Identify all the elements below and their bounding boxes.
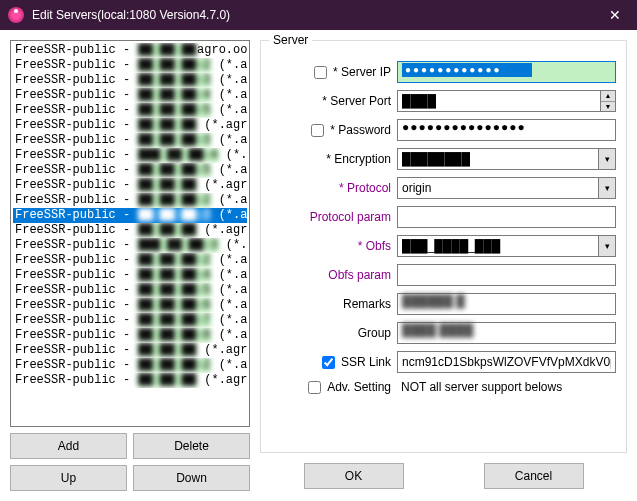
ssr-link-checkbox[interactable]	[322, 356, 335, 369]
ssr-link-label: SSR Link	[341, 355, 391, 369]
list-item[interactable]: FreeSSR-public - ██ ██ ██ (*.agr	[13, 223, 247, 238]
encryption-combo[interactable]: ████████ ▾	[397, 148, 616, 170]
list-item[interactable]: FreeSSR-public - ███ ██ ██-3 (*.ag	[13, 238, 247, 253]
list-item[interactable]: FreeSSR-public - ██ ██ ██-3 (*.ag	[13, 208, 247, 223]
remarks-label: Remarks	[343, 297, 391, 311]
list-item[interactable]: FreeSSR-public - ██ ██ ██ (*.agro	[13, 178, 247, 193]
remarks-input[interactable]: ██████ █	[397, 293, 616, 315]
obfs-label: * Obfs	[358, 239, 391, 253]
password-label: * Password	[330, 123, 391, 137]
chevron-down-icon[interactable]: ▾	[598, 177, 616, 199]
list-item[interactable]: FreeSSR-public - ██ ██ ██-2 (*.ag	[13, 253, 247, 268]
close-button[interactable]: ✕	[592, 0, 637, 30]
list-item[interactable]: FreeSSR-public - ██ ██ ██ (*.agro	[13, 343, 247, 358]
cancel-button[interactable]: Cancel	[484, 463, 584, 489]
up-button[interactable]: Up	[10, 465, 127, 491]
server-listbox[interactable]: FreeSSR-public - ██ ██ ██agro.ooFreeSSR-…	[10, 40, 250, 427]
list-item[interactable]: FreeSSR-public - ██ ██ ██-2 (*.ag	[13, 58, 247, 73]
list-item[interactable]: FreeSSR-public - ██ ██ ██-2 (*.ag	[13, 193, 247, 208]
list-item[interactable]: FreeSSR-public - ██ ██ ██-4 (*.ag	[13, 268, 247, 283]
server-port-spinner[interactable]: ████ ▲▼	[397, 90, 616, 112]
server-groupbox: Server * Server IP ●●●●●●●●●●●● * Server…	[260, 40, 627, 453]
list-item[interactable]: FreeSSR-public - ██ ██ ██-6 (*.ag	[13, 298, 247, 313]
add-button[interactable]: Add	[10, 433, 127, 459]
list-item[interactable]: FreeSSR-public - ██ ██ ██-5 (*.ag	[13, 163, 247, 178]
password-input[interactable]: ●●●●●●●●●●●●●●●	[397, 119, 616, 141]
spinner-up-icon[interactable]: ▲	[601, 91, 615, 102]
list-item[interactable]: FreeSSR-public - ██ ██ ██agro.oo	[13, 43, 247, 58]
chevron-down-icon[interactable]: ▾	[598, 148, 616, 170]
ssr-link-input[interactable]	[397, 351, 616, 373]
list-item[interactable]: FreeSSR-public - ██ ██ ██-3 (*.ag	[13, 73, 247, 88]
obfs-combo[interactable]: ███_████_███ ▾	[397, 235, 616, 257]
protocol-param-label: Protocol param	[310, 210, 391, 224]
chevron-down-icon[interactable]: ▾	[598, 235, 616, 257]
list-item[interactable]: FreeSSR-public - ███ ██ ██-4 (*.ag	[13, 148, 247, 163]
encryption-label: * Encryption	[326, 152, 391, 166]
window-title: Edit Servers(local:1080 Version4.7.0)	[32, 8, 592, 22]
adv-setting-note: NOT all server support belows	[397, 380, 616, 394]
server-port-label: * Server Port	[322, 94, 391, 108]
group-label: Group	[358, 326, 391, 340]
list-item[interactable]: FreeSSR-public - ██ ██ ██-5 (*.ag	[13, 283, 247, 298]
group-input[interactable]: ████ ████	[397, 322, 616, 344]
adv-setting-label: Adv. Setting	[327, 380, 391, 394]
list-item[interactable]: FreeSSR-public - ██ ██ ██-2 (*.ag	[13, 358, 247, 373]
obfs-param-label: Obfs param	[328, 268, 391, 282]
list-item[interactable]: FreeSSR-public - ██ ██ ██-7 (*.ag	[13, 313, 247, 328]
adv-setting-checkbox[interactable]	[308, 381, 321, 394]
password-checkbox[interactable]	[311, 124, 324, 137]
group-legend: Server	[269, 33, 312, 47]
obfs-param-input[interactable]	[397, 264, 616, 286]
list-item[interactable]: FreeSSR-public - ██ ██ ██ (*.agr	[13, 373, 247, 388]
server-ip-checkbox[interactable]	[314, 66, 327, 79]
list-item[interactable]: FreeSSR-public - ██ ██ ██-8 (*.ag	[13, 328, 247, 343]
spinner-down-icon[interactable]: ▼	[601, 102, 615, 112]
delete-button[interactable]: Delete	[133, 433, 250, 459]
list-item[interactable]: FreeSSR-public - ██ ██ ██-4 (*.ag	[13, 88, 247, 103]
protocol-combo[interactable]: origin ▾	[397, 177, 616, 199]
server-ip-label: * Server IP	[333, 65, 391, 79]
protocol-param-input[interactable]	[397, 206, 616, 228]
list-item[interactable]: FreeSSR-public - ██ ██ ██ (*.agr	[13, 118, 247, 133]
app-icon	[8, 7, 24, 23]
titlebar: Edit Servers(local:1080 Version4.7.0) ✕	[0, 0, 637, 30]
down-button[interactable]: Down	[133, 465, 250, 491]
ok-button[interactable]: OK	[304, 463, 404, 489]
list-item[interactable]: FreeSSR-public - ██ ██ ██-5 (*.agr	[13, 103, 247, 118]
list-item[interactable]: FreeSSR-public - ██ ██ ██-3 (*.ag	[13, 133, 247, 148]
server-ip-input[interactable]: ●●●●●●●●●●●●	[397, 61, 616, 83]
protocol-label: * Protocol	[339, 181, 391, 195]
